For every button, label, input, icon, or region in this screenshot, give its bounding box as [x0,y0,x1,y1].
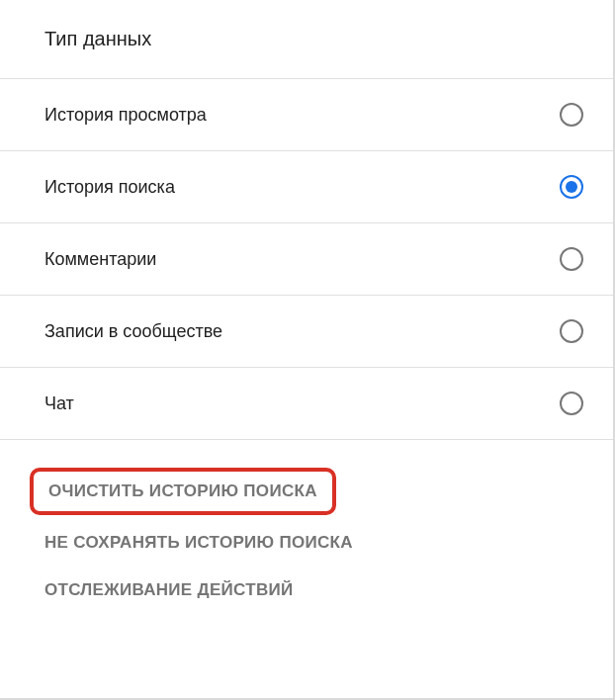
option-search-history[interactable]: История поиска [0,151,613,223]
radio-icon[interactable] [560,319,583,343]
option-comments[interactable]: Комментарии [0,223,613,296]
settings-panel: Тип данных История просмотра История пои… [0,0,613,600]
option-watch-history[interactable]: История просмотра [0,79,613,151]
option-chat[interactable]: Чат [0,368,613,440]
option-label: Комментарии [44,249,156,270]
clear-search-history-button[interactable]: ОЧИСТИТЬ ИСТОРИЮ ПОИСКА [48,481,317,501]
option-label: Чат [44,394,74,414]
radio-icon[interactable] [560,392,583,415]
section-title: Тип данных [44,28,613,50]
radio-icon[interactable] [560,175,583,199]
actions-section: ОЧИСТИТЬ ИСТОРИЮ ПОИСКА НЕ СОХРАНЯТЬ ИСТ… [0,440,613,600]
highlight-annotation: ОЧИСТИТЬ ИСТОРИЮ ПОИСКА [30,468,336,515]
radio-icon[interactable] [560,247,583,271]
radio-icon[interactable] [560,103,583,127]
track-activity-button[interactable]: ОТСЛЕЖИВАНИЕ ДЕЙСТВИЙ [44,580,294,600]
option-label: История просмотра [44,105,207,126]
option-label: История поиска [44,177,175,198]
option-community-posts[interactable]: Записи в сообществе [0,296,613,368]
pause-search-history-button[interactable]: НЕ СОХРАНЯТЬ ИСТОРИЮ ПОИСКА [44,533,353,553]
option-label: Записи в сообществе [44,321,222,342]
section-header: Тип данных [0,0,613,79]
